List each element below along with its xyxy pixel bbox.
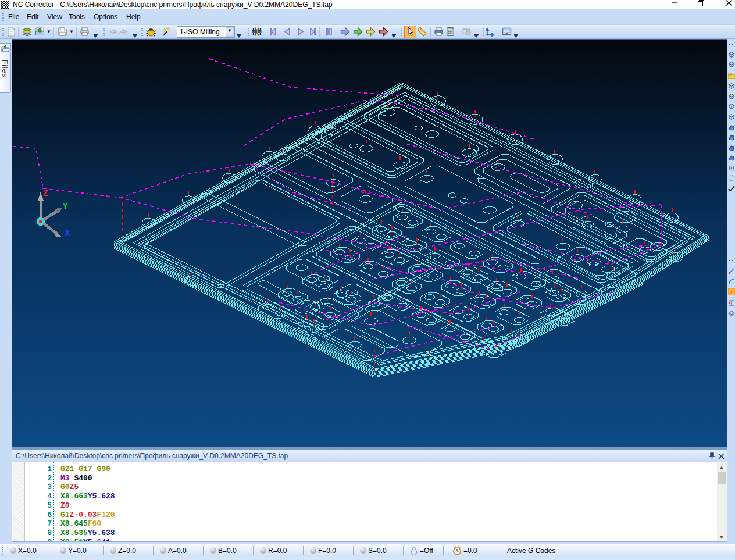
- svg-text:Y: Y: [63, 202, 68, 211]
- svg-text:X: X: [65, 229, 70, 238]
- svg-text:Z: Z: [43, 189, 48, 198]
